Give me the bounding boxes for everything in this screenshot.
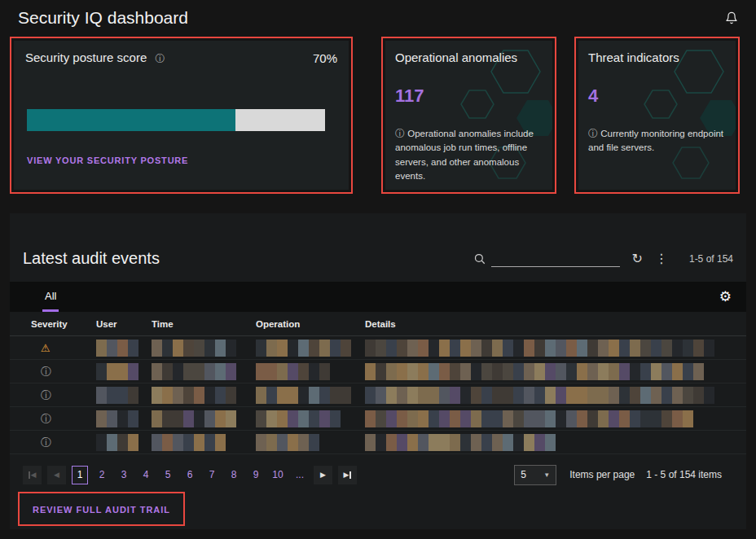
page-buttons: 12345678910... bbox=[72, 466, 314, 484]
items-per-page-label: Items per page bbox=[569, 469, 635, 480]
info-icon: ⓘ bbox=[588, 128, 598, 139]
column-header-time: Time bbox=[152, 319, 256, 329]
redacted-data bbox=[152, 363, 256, 380]
tab-all-label: All bbox=[45, 290, 56, 302]
security-posture-progress-track bbox=[27, 109, 325, 131]
annotation-frame-review: REVIEW FULL AUDIT TRAIL bbox=[18, 492, 185, 526]
redacted-data bbox=[256, 363, 365, 380]
notifications-icon[interactable] bbox=[725, 11, 738, 25]
info-icon: ⓘ bbox=[31, 366, 51, 378]
redacted-data bbox=[152, 387, 256, 404]
caret-down-icon: ▼ bbox=[543, 471, 550, 479]
page-button-4[interactable]: 4 bbox=[138, 466, 154, 484]
column-header-details: Details bbox=[365, 319, 746, 329]
redacted-data bbox=[96, 340, 152, 357]
search-icon bbox=[473, 252, 486, 265]
redacted-data bbox=[152, 410, 256, 427]
first-page-button[interactable]: ◀ bbox=[23, 466, 42, 484]
security-posture-progress-fill bbox=[27, 109, 235, 131]
redacted-data bbox=[152, 434, 256, 451]
card-header: Security posture score ⓘ 70% bbox=[14, 41, 349, 73]
annotation-frame-posture: Security posture score ⓘ 70% VIEW YOUR S… bbox=[10, 37, 353, 194]
items-per-page-select[interactable]: 5 ▼ bbox=[514, 465, 556, 485]
gear-icon[interactable]: ⚙ bbox=[719, 290, 732, 304]
card-description: ⓘ Operational anomalies include anomalou… bbox=[385, 126, 552, 183]
threat-indicators-card: Threat indicators 4 ⓘ Currently monitori… bbox=[578, 41, 736, 190]
info-icon[interactable]: ⓘ bbox=[155, 53, 165, 64]
redacted-data bbox=[152, 340, 256, 357]
panel-title: Latest audit events bbox=[23, 249, 160, 268]
view-security-posture-link[interactable]: VIEW YOUR SECURITY POSTURE bbox=[27, 156, 188, 165]
next-page-button[interactable]: ▶ bbox=[314, 466, 332, 484]
chevron-right-icon: ▶ bbox=[344, 471, 349, 479]
chevron-left-icon: ◀ bbox=[54, 471, 59, 479]
page-button-3[interactable]: 3 bbox=[116, 466, 132, 484]
page-button-8[interactable]: 8 bbox=[226, 466, 242, 484]
redacted-data bbox=[256, 410, 365, 427]
table-header: Severity User Time Operation Details bbox=[10, 312, 746, 336]
page-button-10[interactable]: 10 bbox=[270, 466, 286, 484]
redacted-data bbox=[96, 387, 152, 404]
audit-table-body: ⚠ⓘⓘⓘⓘ bbox=[10, 336, 746, 454]
redacted-data bbox=[96, 410, 152, 427]
items-range-label: 1 - 5 of 154 items bbox=[646, 469, 722, 480]
search-bar bbox=[473, 251, 620, 267]
warning-icon: ⚠ bbox=[31, 342, 51, 354]
last-page-button[interactable]: ▶ bbox=[338, 466, 357, 484]
page-button-5[interactable]: 5 bbox=[160, 466, 176, 484]
refresh-icon[interactable]: ↻ bbox=[632, 252, 643, 265]
pagination-bar: ◀ ◀ 12345678910... ▶ ▶ 5 ▼ Items per pag… bbox=[10, 462, 746, 487]
page-button-9[interactable]: 9 bbox=[248, 466, 264, 484]
info-icon: ⓘ bbox=[395, 128, 405, 139]
audit-table: Severity User Time Operation Details ⚠ⓘⓘ… bbox=[10, 312, 746, 454]
review-full-audit-trail-link[interactable]: REVIEW FULL AUDIT TRAIL bbox=[33, 505, 170, 515]
table-row[interactable]: ⚠ bbox=[10, 336, 746, 360]
latest-audit-events-panel: Latest audit events ↻ ⋮ 1-5 of 154 All ⚙… bbox=[10, 213, 746, 529]
security-iq-dashboard: Security IQ dashboard Security posture s… bbox=[0, 0, 756, 539]
search-input[interactable] bbox=[491, 251, 620, 267]
threats-count[interactable]: 4 bbox=[578, 85, 736, 107]
pager-controls: 5 ▼ Items per page 1 - 5 of 154 items bbox=[514, 465, 733, 485]
panel-header: Latest audit events ↻ ⋮ 1-5 of 154 bbox=[23, 249, 733, 268]
card-description-text: Currently monitoring endpoint and file s… bbox=[588, 129, 723, 152]
page-button-7[interactable]: 7 bbox=[204, 466, 220, 484]
page-button-6[interactable]: 6 bbox=[182, 466, 198, 484]
items-per-page-value: 5 bbox=[521, 469, 526, 480]
redacted-data bbox=[256, 434, 365, 451]
table-row[interactable]: ⓘ bbox=[10, 360, 746, 383]
annotation-frame-anomalies: Operational anomalies 117 ⓘ Operational … bbox=[381, 37, 556, 194]
anomalies-count[interactable]: 117 bbox=[385, 85, 552, 107]
page-title: Security IQ dashboard bbox=[18, 8, 188, 28]
annotation-frame-threats: Threat indicators 4 ⓘ Currently monitori… bbox=[574, 37, 740, 194]
page-button-1[interactable]: 1 bbox=[72, 466, 88, 484]
redacted-data bbox=[96, 434, 152, 451]
skip-bar bbox=[29, 471, 30, 479]
info-icon: ⓘ bbox=[31, 436, 51, 449]
info-icon: ⓘ bbox=[31, 389, 51, 401]
operational-anomalies-card: Operational anomalies 117 ⓘ Operational … bbox=[385, 41, 552, 190]
previous-page-button[interactable]: ◀ bbox=[47, 466, 66, 484]
redacted-data bbox=[256, 387, 365, 404]
page-button-2[interactable]: 2 bbox=[94, 466, 110, 484]
card-description-text: Operational anomalies include anomalous … bbox=[395, 129, 534, 181]
chevron-left-icon: ◀ bbox=[31, 471, 37, 479]
page-ellipsis[interactable]: ... bbox=[292, 466, 308, 484]
posture-score-value: 70% bbox=[313, 51, 337, 65]
redacted-data bbox=[365, 410, 746, 427]
card-title-wrap: Security posture score ⓘ bbox=[25, 50, 165, 66]
table-row[interactable]: ⓘ bbox=[10, 431, 746, 454]
table-row[interactable]: ⓘ bbox=[10, 407, 746, 431]
column-header-severity: Severity bbox=[31, 319, 96, 329]
security-posture-card: Security posture score ⓘ 70% VIEW YOUR S… bbox=[14, 41, 349, 190]
table-row[interactable]: ⓘ bbox=[10, 383, 746, 407]
redacted-data bbox=[256, 340, 365, 357]
card-title: Threat indicators bbox=[578, 41, 736, 64]
info-icon: ⓘ bbox=[31, 413, 51, 425]
card-description: ⓘ Currently monitoring endpoint and file… bbox=[578, 126, 736, 156]
tab-all[interactable]: All bbox=[42, 282, 59, 312]
kebab-menu-icon[interactable]: ⋮ bbox=[655, 252, 668, 265]
chevron-right-icon: ▶ bbox=[320, 471, 326, 479]
skip-bar bbox=[349, 471, 351, 479]
redacted-data bbox=[96, 363, 152, 380]
redacted-data bbox=[365, 363, 746, 380]
